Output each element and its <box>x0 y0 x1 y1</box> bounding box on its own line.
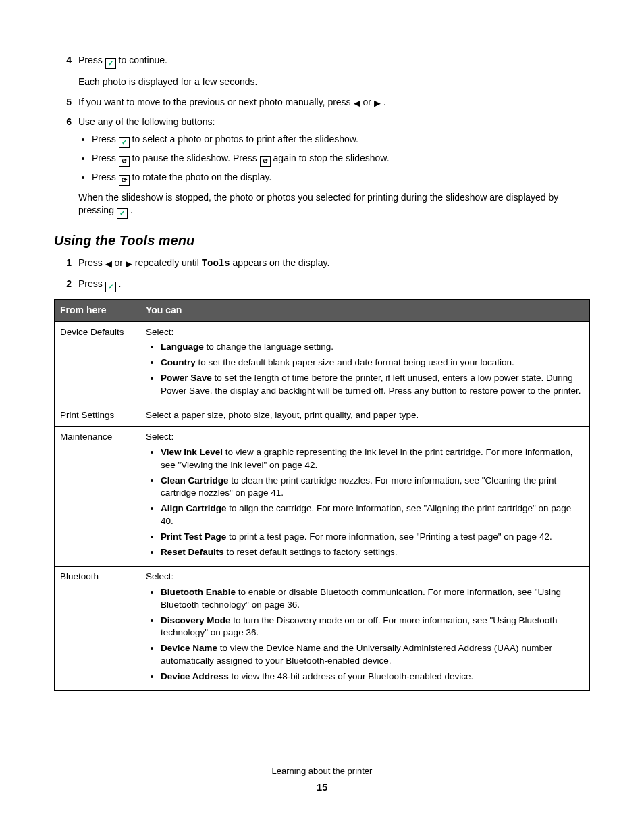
step-number: 5 <box>54 96 78 109</box>
step-number: 4 <box>54 54 78 69</box>
list-item: Press to select a photo or photos to pri… <box>92 133 590 148</box>
list-item: Power Save to set the length of time bef… <box>161 372 584 398</box>
left-arrow-icon <box>354 99 360 107</box>
table-row: Bluetooth Select: Bluetooth Enable to en… <box>55 566 590 690</box>
text: to rotate the photo on the display. <box>132 172 272 182</box>
row-content: Select: View Ink Level to view a graphic… <box>140 426 590 566</box>
list-item: Device Name to view the Device Name and … <box>161 642 584 668</box>
section-heading: Using the Tools menu <box>54 231 590 250</box>
step-5: 5 If you want to move to the previous or… <box>54 96 590 109</box>
page-number: 15 <box>54 780 590 794</box>
text: Press <box>78 257 105 268</box>
list-item: Bluetooth Enable to enable or disable Bl… <box>161 586 584 612</box>
row-content: Select a paper size, photo size, layout,… <box>140 405 590 427</box>
step-body: Press . <box>78 278 590 292</box>
list-item: Language to change the language setting. <box>161 341 584 354</box>
tools-label: Tools <box>202 258 230 269</box>
text: Press <box>78 55 105 66</box>
row-label: Bluetooth <box>55 566 140 690</box>
text: again to stop the slideshow. <box>273 153 390 163</box>
text: or <box>115 257 126 268</box>
check-icon <box>117 208 128 219</box>
check-icon <box>105 282 116 292</box>
step-6-bullets: Press to select a photo or photos to pri… <box>78 133 590 186</box>
table-row: Print Settings Select a paper size, phot… <box>55 405 590 427</box>
list-item: Country to set the default blank paper s… <box>161 357 584 369</box>
text: to pause the slideshow. Press <box>132 153 260 163</box>
left-arrow-icon <box>105 259 112 268</box>
table-header-you-can: You can <box>140 299 590 321</box>
text: Press <box>92 134 119 145</box>
right-arrow-icon <box>374 99 381 107</box>
step-body: Press to continue. <box>78 54 590 69</box>
text: or <box>363 97 373 107</box>
right-arrow-icon <box>126 259 132 268</box>
text: Press <box>92 153 119 163</box>
list-item: Device Address to view the 48-bit addres… <box>161 671 584 683</box>
table-row: Device Defaults Select: Language to chan… <box>55 321 590 405</box>
row-label: Device Defaults <box>55 321 140 405</box>
row-label: Maintenance <box>55 426 140 566</box>
tools-table: From here You can Device Defaults Select… <box>54 299 590 691</box>
text: to continue. <box>119 55 167 66</box>
table-row: Maintenance Select: View Ink Level to vi… <box>55 426 590 566</box>
list-item: Reset Defaults to reset default settings… <box>161 546 584 559</box>
text: Select: <box>146 571 173 581</box>
text: . <box>383 97 386 107</box>
list-item: Press to pause the slideshow. Press agai… <box>92 152 590 167</box>
step-body: Use any of the following buttons: Press … <box>78 115 590 219</box>
list-item: Discovery Mode to turn the Discovery mod… <box>161 615 584 640</box>
text: Select: <box>146 327 173 337</box>
back-icon <box>119 156 130 167</box>
text: appears on the display. <box>233 257 330 268</box>
step-number: 2 <box>54 278 78 292</box>
text: . <box>119 278 122 289</box>
list-item: Print Test Page to print a test page. Fo… <box>161 531 584 544</box>
step-number: 6 <box>54 115 78 219</box>
footer-text: Learning about the printer <box>54 765 590 777</box>
list-item: Clean Cartridge to clean the print cartr… <box>161 475 584 500</box>
text: Press <box>92 172 119 182</box>
step-6-after: When the slideshow is stopped, the photo… <box>78 191 590 219</box>
back-icon <box>260 156 271 167</box>
tools-step-2: 2 Press . <box>54 278 590 292</box>
step-body: If you want to move to the previous or n… <box>78 96 590 109</box>
list-item: Align Cartridge to align the cartridge. … <box>161 502 584 528</box>
step-4: 4 Press to continue. <box>54 54 590 69</box>
text: Use any of the following buttons: <box>78 116 215 127</box>
text: to select a photo or photos to print aft… <box>132 134 358 145</box>
step-4-after: Each photo is displayed for a few second… <box>78 76 590 89</box>
tools-step-1: 1 Press or repeatedly until Tools appear… <box>54 257 590 271</box>
step-6: 6 Use any of the following buttons: Pres… <box>54 115 590 219</box>
text: When the slideshow is stopped, the photo… <box>78 192 558 216</box>
step-number: 1 <box>54 257 78 271</box>
text: Press <box>78 278 105 289</box>
check-icon <box>105 58 116 69</box>
rotate-icon <box>119 175 130 186</box>
check-icon <box>119 137 130 148</box>
text: . <box>130 205 133 215</box>
table-header-from-here: From here <box>55 299 140 321</box>
list-item: Press to rotate the photo on the display… <box>92 171 590 186</box>
row-content: Select: Bluetooth Enable to enable or di… <box>140 566 590 690</box>
list-item: View Ink Level to view a graphic represe… <box>161 446 584 472</box>
row-content: Select: Language to change the language … <box>140 321 590 405</box>
text: If you want to move to the previous or n… <box>78 97 354 107</box>
row-label: Print Settings <box>55 405 140 427</box>
text: Select: <box>146 432 173 442</box>
step-body: Press or repeatedly until Tools appears … <box>78 257 590 271</box>
text: repeatedly until <box>135 257 202 268</box>
page-footer: Learning about the printer 15 <box>54 765 590 794</box>
